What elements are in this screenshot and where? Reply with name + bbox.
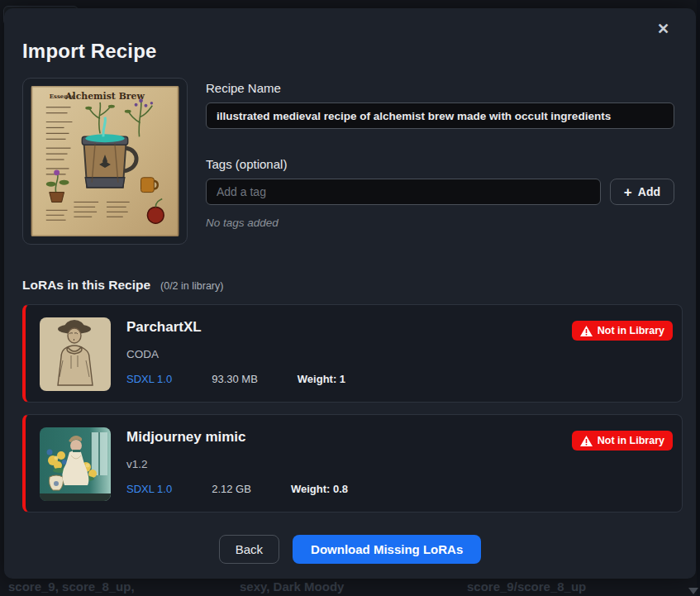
scrollbar-arrow-icon [688,588,698,594]
back-button[interactable]: Back [219,535,279,564]
loras-library-count: (0/2 in library) [160,280,223,292]
modal-footer: Back Download Missing LoRAs [17,535,683,564]
lora-file-size: 93.30 MB [212,373,258,385]
svg-text:Alchemist Brew: Alchemist Brew [64,91,145,102]
recipe-thumbnail: Alchemist Brew Essence [22,78,188,245]
not-in-library-label: Not in Library [598,325,664,336]
close-icon[interactable]: ✕ [654,18,673,40]
lora-info: ParchartXL CODA SDXL 1.0 93.30 MB Weight… [126,317,345,390]
lora-name: ParchartXL [126,319,345,336]
base-model-label: SDXL 1.0 [126,373,172,385]
plus-icon: + [624,185,632,199]
add-tag-label: Add [638,185,660,198]
lora-card: Midjourney mimic v1.2 SDXL 1.0 2.12 GB W… [22,414,683,513]
lora-name: Midjourney mimic [126,429,348,446]
lora-thumbnail [40,427,111,501]
tags-label: Tags (optional) [206,157,674,171]
base-model-label: SDXL 1.0 [126,483,172,495]
painterly-portrait-illustration [40,427,111,501]
recipe-name-input[interactable] [206,103,674,129]
sketch-portrait-illustration [40,317,111,391]
background-prompt-text: score_9, score_8_up, [8,579,135,594]
add-tag-button[interactable]: + Add [610,179,674,205]
warning-icon [580,326,593,336]
lora-version: CODA [126,348,345,360]
lora-thumbnail [40,317,111,391]
recipe-header-row: Alchemist Brew Essence [22,78,683,245]
lora-info: Midjourney mimic v1.2 SDXL 1.0 2.12 GB W… [126,427,348,500]
loras-section-header: LoRAs in this Recipe (0/2 in library) [22,278,683,293]
alchemist-brew-illustration: Alchemist Brew Essence [31,86,179,236]
not-in-library-label: Not in Library [598,435,664,446]
lora-version: v1.2 [126,458,348,470]
recipe-form: Recipe Name Tags (optional) + Add No tag… [206,78,683,245]
lora-weight: Weight: 1 [298,373,345,385]
loras-heading: LoRAs in this Recipe [22,278,150,293]
warning-icon [580,436,593,446]
page-title: Import Recipe [22,40,683,63]
tag-input[interactable] [206,179,601,205]
lora-card: ParchartXL CODA SDXL 1.0 93.30 MB Weight… [22,304,683,403]
lora-weight: Weight: 0.8 [291,483,348,495]
recipe-name-label: Recipe Name [206,81,674,95]
page-scrollbar-track [697,0,700,596]
background-prompt-text: score_9/score_8_up [467,579,586,594]
svg-text:Essence: Essence [50,93,76,100]
no-tags-text: No tags added [206,217,674,229]
import-recipe-modal: ✕ Import Recipe Alchemist Brew Essence [4,8,696,579]
not-in-library-badge: Not in Library [572,431,673,451]
lora-file-size: 2.12 GB [212,483,251,495]
not-in-library-badge: Not in Library [572,321,673,341]
download-missing-loras-button[interactable]: Download Missing LoRAs [293,535,481,564]
background-prompt-text: sexy, Dark Moody [240,579,344,594]
